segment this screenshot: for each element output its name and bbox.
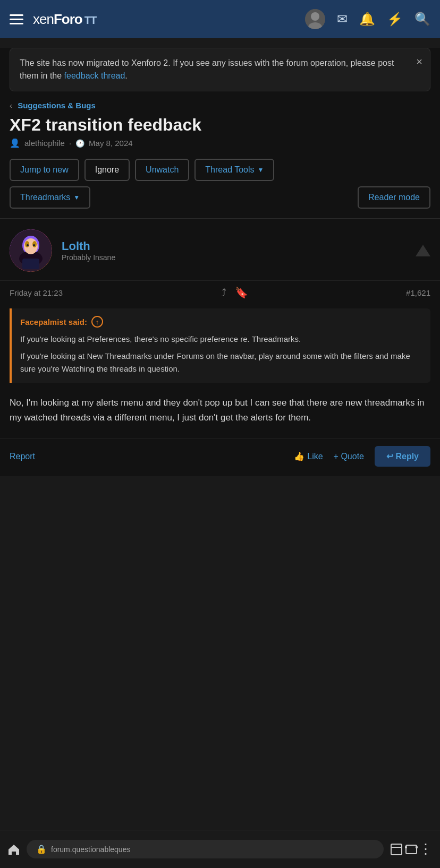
hamburger-menu[interactable] [10, 14, 23, 24]
post-number: #1,621 [406, 288, 430, 297]
user-icon: 👤 [10, 138, 20, 148]
more-icon: ⋮ [419, 841, 434, 857]
like-button[interactable]: 👍 Like [294, 451, 323, 461]
breadcrumb: ‹ Suggestions & Bugs [0, 91, 440, 113]
bottom-bar: 🔒 forum.questionableques ⋮ [0, 830, 440, 868]
quote-line-1: If you're looking at Preferences, there'… [20, 333, 422, 346]
quote-button[interactable]: + Quote [334, 452, 364, 461]
page-title: XF2 transition feedback [0, 113, 440, 138]
ignore-button[interactable]: Ignore [84, 159, 130, 181]
quote-text: If you're looking at Preferences, there'… [20, 333, 422, 375]
bell-icon[interactable]: 🔔 [359, 12, 375, 27]
like-label: Like [307, 452, 323, 461]
post-up-arrow-icon [416, 245, 430, 256]
thread-tools-label: Thread Tools [205, 165, 254, 175]
user-avatar[interactable] [305, 9, 325, 29]
post-meta-icons: ⤴ 🔖 [221, 286, 248, 299]
reply-label: Reply [395, 452, 419, 461]
clock-icon: 🕐 [75, 139, 84, 148]
author-name[interactable]: Lolth [62, 239, 115, 253]
flash-icon[interactable]: ⚡ [387, 12, 403, 27]
quote-up-icon[interactable]: ↑ [91, 316, 103, 328]
nav-icons: ✉ 🔔 ⚡ 🔍 [305, 9, 430, 29]
quote-author-name: Facepalmist said: [20, 317, 87, 326]
notice-text-end: . [125, 71, 127, 80]
report-link[interactable]: Report [10, 452, 35, 461]
lock-icon: 🔒 [36, 844, 47, 854]
svg-rect-12 [391, 844, 402, 855]
post-footer: Report 👍 Like + Quote ↩ Reply [0, 438, 440, 476]
avatar[interactable] [10, 229, 52, 272]
svg-rect-16 [416, 846, 418, 848]
top-nav: xenForo TT ✉ 🔔 ⚡ 🔍 [0, 0, 440, 38]
media-button[interactable] [404, 842, 419, 857]
url-text: forum.questionableques [51, 845, 130, 854]
breadcrumb-link[interactable]: Suggestions & Bugs [18, 101, 96, 110]
svg-point-7 [25, 241, 29, 247]
reader-mode-button[interactable]: Reader mode [358, 186, 430, 209]
svg-rect-15 [405, 846, 407, 848]
svg-rect-11 [22, 259, 39, 269]
svg-point-8 [32, 241, 37, 247]
post-author-section: Lolth Probably Insane [0, 219, 440, 280]
thread-tools-chevron-icon: ▼ [258, 166, 264, 174]
thread-author-link[interactable]: alethiophile [24, 139, 65, 148]
more-options-button[interactable]: ⋮ [419, 841, 434, 857]
svg-rect-14 [406, 845, 417, 854]
main-content: The site has now migrated to Xenforo 2. … [0, 48, 440, 476]
post-body: No, I'm looking at my alerts menu and th… [0, 391, 440, 438]
logo-foro: Foro [54, 11, 82, 28]
url-bar[interactable]: 🔒 forum.questionableques [27, 840, 384, 858]
reply-button[interactable]: ↩ Reply [375, 446, 430, 467]
share-icon[interactable]: ⤴ [221, 287, 226, 299]
svg-point-10 [33, 244, 35, 246]
bottom-spacer [0, 476, 440, 519]
bookmark-icon[interactable]: 🔖 [235, 286, 248, 299]
post-meta-row: Friday at 21:23 ⤴ 🔖 #1,621 [0, 280, 440, 304]
svg-point-1 [311, 12, 319, 21]
threadmarks-label: Threadmarks [20, 193, 70, 202]
meta-separator: · [69, 139, 71, 148]
thread-meta: 👤 alethiophile · 🕐 May 8, 2024 [0, 138, 440, 157]
jump-to-new-button[interactable]: Jump to new [10, 159, 79, 181]
quote-line-2: If you're looking at New Threadmarks und… [20, 350, 422, 375]
thread-actions-row2: Threadmarks ▼ Reader mode [0, 186, 440, 218]
threadmarks-chevron-icon: ▼ [73, 194, 80, 201]
feedback-thread-link[interactable]: feedback thread [64, 71, 125, 80]
logo-xen: xen [33, 11, 54, 28]
post-body-text: No, I'm looking at my alerts menu and th… [10, 396, 430, 425]
threadmarks-button[interactable]: Threadmarks ▼ [10, 186, 90, 209]
home-button[interactable] [6, 842, 21, 857]
site-logo[interactable]: xenForo TT [33, 11, 96, 28]
unwatch-button[interactable]: Unwatch [135, 159, 189, 181]
quote-block: Facepalmist said: ↑ If you're looking at… [10, 308, 430, 383]
thread-date: May 8, 2024 [89, 139, 133, 148]
notice-banner: The site has now migrated to Xenforo 2. … [10, 48, 430, 91]
post-time: Friday at 21:23 [10, 288, 63, 297]
notice-close-button[interactable]: × [416, 56, 422, 68]
svg-point-9 [27, 244, 29, 246]
author-info: Lolth Probably Insane [62, 239, 115, 262]
thread-actions-row1: Jump to new Ignore Unwatch Thread Tools … [0, 157, 440, 186]
like-icon: 👍 [294, 451, 304, 461]
search-icon[interactable]: 🔍 [414, 12, 430, 27]
post-container: Lolth Probably Insane Friday at 21:23 ⤴ … [0, 219, 440, 476]
post-footer-actions: 👍 Like + Quote ↩ Reply [294, 446, 430, 467]
thread-tools-button[interactable]: Thread Tools ▼ [194, 159, 274, 181]
reply-icon: ↩ [386, 452, 393, 461]
breadcrumb-chevron-icon: ‹ [10, 101, 12, 110]
tab-list-button[interactable] [389, 842, 404, 857]
logo-tt: TT [84, 14, 96, 27]
quote-author: Facepalmist said: ↑ [20, 316, 422, 328]
author-title: Probably Insane [62, 253, 115, 262]
mail-icon[interactable]: ✉ [337, 12, 348, 27]
quote-label: + Quote [334, 452, 364, 461]
